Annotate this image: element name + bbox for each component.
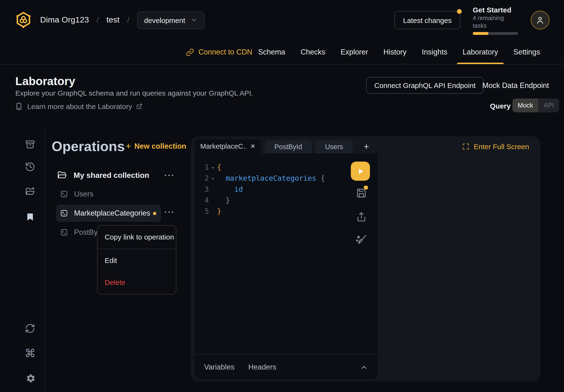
line-number: 1 bbox=[194, 162, 209, 173]
new-collection-button[interactable]: + New collection bbox=[126, 141, 186, 151]
context-menu-item[interactable]: Delete bbox=[97, 277, 176, 288]
nav-tab-history[interactable]: History bbox=[378, 40, 412, 64]
fold-arrow-icon[interactable] bbox=[209, 206, 217, 217]
play-icon bbox=[356, 167, 364, 175]
nav-tab-explorer[interactable]: Explorer bbox=[335, 40, 374, 64]
breadcrumb-separator: / bbox=[96, 16, 99, 24]
code-line: 4 } bbox=[194, 195, 378, 206]
editor-bottom-tab-headers[interactable]: Headers bbox=[248, 363, 276, 371]
target-selector-value: development bbox=[144, 16, 185, 24]
editor-tab-strip: MarketplaceC… ✕ PostById Users bbox=[194, 139, 353, 154]
operation-archive-icon[interactable] bbox=[24, 139, 36, 150]
chevron-up-icon[interactable] bbox=[360, 363, 368, 371]
operation-more-options[interactable]: ··· bbox=[165, 207, 175, 218]
plus-icon: + bbox=[126, 141, 131, 151]
app: Dima Org123 / test / development Latest … bbox=[0, 0, 564, 392]
line-number: 4 bbox=[194, 195, 209, 206]
unsaved-changes-dot bbox=[153, 211, 156, 215]
editor-tab-marketplacec[interactable]: MarketplaceC… ✕ bbox=[194, 139, 261, 154]
new-collection-folder-icon[interactable] bbox=[24, 186, 36, 197]
enter-fullscreen-button[interactable]: Enter Full Screen bbox=[462, 142, 529, 151]
close-icon[interactable]: ✕ bbox=[250, 143, 255, 150]
nav-tab-checks[interactable]: Checks bbox=[295, 40, 331, 64]
code-editor-area[interactable]: 1 ▾ { 2 ▾ marketplaceCategories { 3 id 4 bbox=[194, 154, 378, 217]
fullscreen-icon bbox=[462, 143, 469, 150]
settings-gear-icon[interactable] bbox=[24, 372, 36, 384]
user-avatar[interactable] bbox=[531, 11, 550, 30]
operation-terminal-icon bbox=[60, 209, 68, 217]
bookmark-icon[interactable] bbox=[24, 211, 36, 223]
breadcrumb: Dima Org123 / test / development bbox=[14, 11, 205, 29]
operation-row-users[interactable]: Users bbox=[56, 185, 161, 203]
connect-graphql-endpoint-button[interactable]: Connect GraphQL API Endpoint bbox=[366, 77, 484, 94]
editor-tab-postbyid[interactable]: PostById bbox=[265, 140, 312, 154]
context-menu-item[interactable]: Copy link to operation bbox=[97, 231, 176, 243]
collection-more-options[interactable]: ··· bbox=[165, 170, 175, 181]
latest-changes-button[interactable]: Latest changes bbox=[395, 11, 461, 29]
collection-header[interactable]: My shared collection bbox=[57, 170, 149, 181]
command-shortcuts-icon[interactable]: ⌘ bbox=[24, 348, 36, 359]
collection-name: My shared collection bbox=[74, 170, 149, 181]
context-menu-secondary-group: EditDelete bbox=[97, 255, 176, 288]
query-label: Query bbox=[490, 102, 511, 110]
notification-dot bbox=[457, 9, 462, 14]
folder-open-icon bbox=[57, 171, 67, 180]
main-nav: Connect to CDN Schema Checks Explorer Hi… bbox=[0, 40, 564, 65]
nav-tab-schema[interactable]: Schema bbox=[252, 40, 291, 64]
fold-arrow-icon[interactable] bbox=[209, 195, 217, 206]
operations-title: Operations bbox=[52, 138, 125, 154]
prettify-icon[interactable] bbox=[355, 234, 367, 246]
new-tab-button[interactable]: + bbox=[364, 140, 369, 154]
get-started-progress-fill bbox=[473, 32, 489, 35]
line-number: 2 bbox=[194, 173, 209, 184]
operation-terminal-icon bbox=[60, 228, 68, 236]
line-number: 5 bbox=[194, 206, 209, 217]
fold-arrow-icon[interactable]: ▾ bbox=[209, 173, 217, 184]
share-operation-button[interactable] bbox=[356, 212, 367, 222]
breadcrumb-project[interactable]: test bbox=[106, 15, 120, 25]
context-menu: Copy link to operation EditDelete bbox=[97, 225, 176, 294]
fold-arrow-icon[interactable] bbox=[209, 184, 217, 195]
unsaved-changes-dot bbox=[364, 185, 368, 190]
nav-tab-settings[interactable]: Settings bbox=[508, 40, 546, 64]
link-icon bbox=[186, 48, 194, 56]
operation-terminal-icon bbox=[60, 190, 68, 198]
context-menu-item[interactable]: Edit bbox=[97, 255, 176, 266]
mock-data-endpoint-button[interactable]: Mock Data Endpoint bbox=[482, 81, 549, 90]
editor-tab-users[interactable]: Users bbox=[316, 140, 353, 154]
line-number: 3 bbox=[194, 184, 209, 195]
query-mode-option[interactable]: Mock bbox=[512, 98, 538, 112]
connect-to-cdn-link[interactable]: Connect to CDN bbox=[186, 40, 252, 64]
query-mode-option[interactable]: API bbox=[538, 98, 560, 112]
breadcrumb-org[interactable]: Dima Org123 bbox=[40, 15, 89, 25]
page-title: Laboratory bbox=[15, 75, 75, 88]
query-editor: 1 ▾ { 2 ▾ marketplaceCategories { 3 id 4 bbox=[194, 154, 378, 379]
editor-bottom-bar: VariablesHeaders bbox=[194, 354, 378, 379]
query-mode-toggle: MockAPI bbox=[512, 98, 559, 112]
nav-tab-laboratory[interactable]: Laboratory bbox=[457, 40, 504, 64]
learn-more-link[interactable]: Learn more about the Laboratory bbox=[15, 102, 143, 111]
hive-logo-icon[interactable] bbox=[14, 11, 32, 29]
editor-bottom-tab-variables[interactable]: Variables bbox=[204, 363, 234, 371]
get-started-progress bbox=[473, 32, 518, 35]
save-operation-button[interactable] bbox=[356, 188, 367, 198]
get-started-title: Get Started bbox=[473, 5, 518, 14]
get-started-widget[interactable]: Get Started 4 remaining tasks bbox=[473, 5, 518, 35]
refresh-icon[interactable] bbox=[24, 323, 36, 334]
nav-tab-insights[interactable]: Insights bbox=[416, 40, 453, 64]
person-icon bbox=[535, 15, 545, 25]
code-line: 2 ▾ marketplaceCategories { bbox=[194, 173, 378, 184]
operation-row-marketplacecategories[interactable]: MarketplaceCategories ··· bbox=[56, 205, 161, 222]
code-line: 3 id bbox=[194, 184, 378, 195]
fold-arrow-icon[interactable]: ▾ bbox=[209, 162, 217, 173]
target-selector[interactable]: development bbox=[137, 11, 205, 29]
code-line: 1 ▾ { bbox=[194, 162, 378, 173]
external-link-icon bbox=[137, 103, 143, 110]
breadcrumb-separator: / bbox=[127, 16, 129, 24]
laboratory-editor-panel: MarketplaceC… ✕ PostById Users + bbox=[191, 136, 541, 381]
run-query-button[interactable] bbox=[351, 162, 370, 181]
code-line: 5 } bbox=[194, 206, 378, 217]
get-started-subtitle: 4 remaining tasks bbox=[473, 14, 518, 29]
history-icon[interactable] bbox=[24, 161, 36, 173]
top-bar-right: Latest changes Get Started 4 remaining t… bbox=[395, 5, 550, 35]
